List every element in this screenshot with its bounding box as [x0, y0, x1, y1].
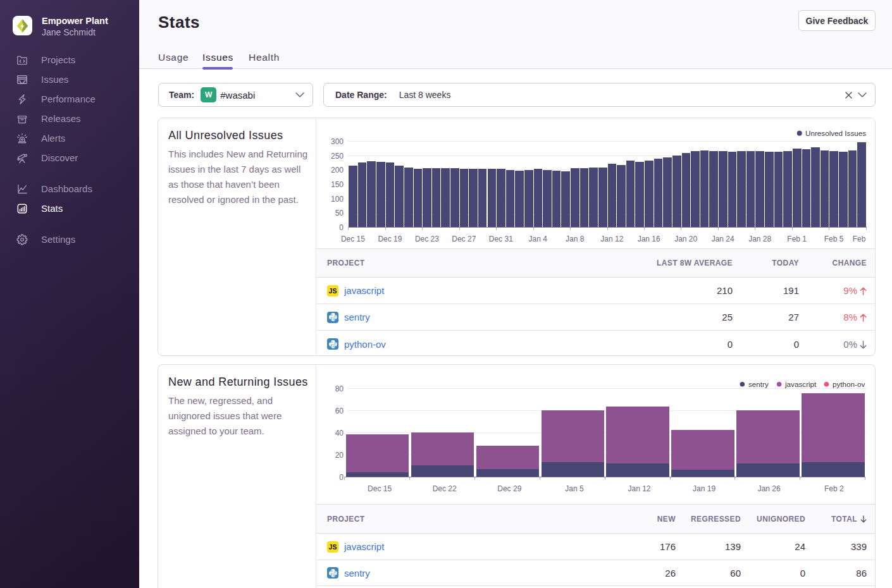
svg-text:250: 250 — [331, 152, 344, 161]
svg-text:Dec 19: Dec 19 — [378, 235, 402, 243]
svg-text:50: 50 — [335, 209, 344, 217]
svg-text:Jan 12: Jan 12 — [600, 235, 623, 243]
svg-text:Feb 5: Feb 5 — [824, 235, 844, 243]
svg-text:javascript: javascript — [784, 380, 817, 388]
svg-text:Dec 27: Dec 27 — [452, 235, 476, 243]
svg-text:Dec 15: Dec 15 — [368, 484, 392, 493]
svg-text:300: 300 — [331, 137, 344, 146]
svg-text:Jan 26: Jan 26 — [758, 484, 781, 493]
svg-text:20: 20 — [335, 451, 344, 460]
svg-text:0: 0 — [339, 473, 344, 482]
svg-text:sentry: sentry — [748, 380, 769, 388]
svg-text:200: 200 — [331, 166, 344, 175]
svg-text:Dec 29: Dec 29 — [497, 484, 521, 493]
svg-text:Jan 8: Jan 8 — [566, 235, 585, 243]
svg-text:Dec 15: Dec 15 — [341, 235, 365, 243]
svg-text:Jan 24: Jan 24 — [712, 235, 734, 243]
svg-text:0: 0 — [339, 223, 344, 232]
svg-text:Dec 22: Dec 22 — [433, 484, 457, 493]
svg-text:Jan 4: Jan 4 — [529, 235, 548, 243]
svg-text:100: 100 — [331, 195, 344, 204]
svg-text:python-ov: python-ov — [833, 380, 865, 388]
svg-text:Feb 2: Feb 2 — [824, 484, 844, 493]
svg-text:Unresolved Issues: Unresolved Issues — [805, 129, 866, 137]
svg-text:Jan 20: Jan 20 — [674, 235, 697, 243]
svg-text:Feb: Feb — [853, 235, 866, 243]
svg-text:Jan 5: Jan 5 — [565, 484, 584, 493]
svg-text:Dec 31: Dec 31 — [489, 235, 513, 243]
svg-text:Jan 16: Jan 16 — [638, 235, 660, 243]
svg-text:60: 60 — [335, 407, 344, 415]
svg-text:Dec 23: Dec 23 — [415, 235, 439, 243]
svg-text:80: 80 — [335, 384, 344, 393]
svg-text:40: 40 — [335, 429, 344, 438]
svg-text:150: 150 — [331, 180, 344, 189]
svg-text:Jan 19: Jan 19 — [693, 484, 715, 493]
svg-text:Feb 1: Feb 1 — [787, 235, 807, 243]
svg-text:Jan 28: Jan 28 — [748, 235, 771, 243]
svg-text:Jan 12: Jan 12 — [628, 484, 650, 493]
